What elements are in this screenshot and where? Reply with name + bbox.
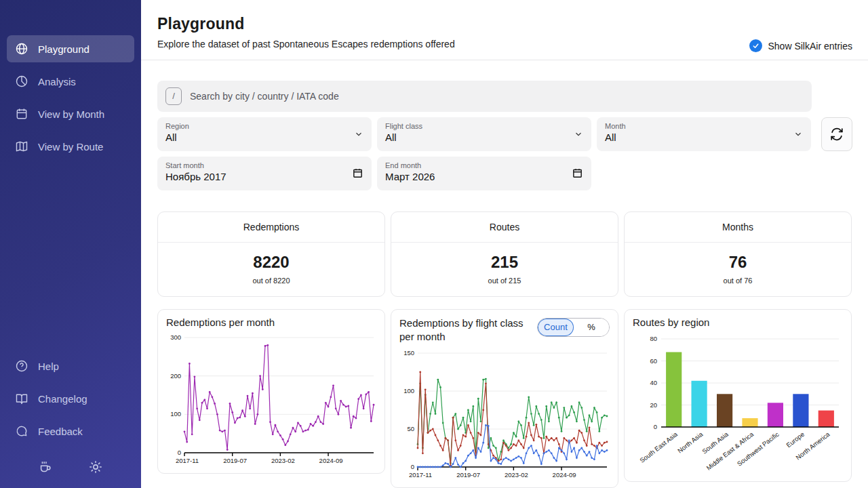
toggle-count-button[interactable]: Count [538, 319, 574, 336]
svg-text:40: 40 [650, 379, 657, 386]
sidebar-item-label: Changelog [38, 393, 87, 405]
page-header: Playground Explore the dataset of past S… [141, 0, 868, 60]
sidebar-item-changelog[interactable]: Changelog [7, 385, 134, 412]
field-label: Month [605, 122, 803, 130]
sidebar-item-label: Feedback [38, 426, 83, 437]
stat-caption: out of 8220 [158, 277, 384, 285]
chart-title: Redemptions per month [166, 317, 376, 328]
sidebar-spacer [0, 163, 141, 350]
sidebar-item-label: Help [38, 361, 59, 372]
svg-text:0: 0 [411, 463, 414, 470]
stat-card-routes: Routes 215 out of 215 [391, 211, 618, 297]
chart-card-routes-by-region: Routes by region 020406080South East Asi… [624, 309, 852, 482]
search-placeholder: Search by city / country / IATA code [190, 91, 339, 102]
coffee-icon[interactable] [38, 460, 53, 474]
svg-text:80: 80 [650, 335, 657, 342]
stat-title: Months [625, 212, 851, 243]
svg-text:50: 50 [407, 425, 414, 432]
svg-text:20: 20 [650, 401, 657, 408]
sidebar-item-playground[interactable]: Playground [7, 35, 134, 62]
calendar-icon [352, 167, 363, 179]
field-value: All [385, 131, 583, 143]
page-title: Playground [157, 15, 455, 33]
sidebar-item-help[interactable]: Help [7, 352, 134, 380]
stat-title: Routes [391, 212, 618, 243]
svg-text:2023-02: 2023-02 [271, 457, 295, 464]
field-value: All [165, 131, 363, 143]
help-circle-icon [15, 359, 28, 373]
sidebar: Playground Analysis View by Month View b… [0, 0, 141, 488]
month-select[interactable]: Month All [597, 117, 811, 151]
svg-text:60: 60 [650, 357, 657, 364]
sidebar-item-label: Analysis [38, 76, 76, 87]
slash-key-badge: / [165, 87, 182, 105]
field-label: Flight class [385, 122, 583, 130]
content: / Search by city / country / IATA code R… [141, 60, 868, 488]
flight-class-select[interactable]: Flight class All [377, 117, 591, 151]
svg-text:2017-11: 2017-11 [176, 457, 199, 464]
page-subtitle: Explore the dataset of past Spontaneous … [157, 39, 455, 49]
checkbox-checked-icon [749, 39, 762, 52]
date-row: Start month Ноябрь 2017 End month Март 2… [157, 157, 852, 190]
svg-text:2024-09: 2024-09 [319, 457, 343, 464]
calendar-icon [15, 107, 28, 121]
svg-text:2019-07: 2019-07 [456, 471, 480, 479]
stat-title: Redemptions [158, 212, 384, 243]
sidebar-item-label: Playground [38, 43, 90, 55]
show-silkair-checkbox[interactable]: Show SilkAir entries [749, 39, 853, 52]
end-month-input[interactable]: End month Март 2026 [377, 157, 591, 190]
speech-bubble-icon [15, 424, 28, 438]
sidebar-item-analysis[interactable]: Analysis [7, 68, 134, 95]
sun-icon[interactable] [88, 460, 103, 474]
chart-title: Routes by region [633, 317, 843, 328]
svg-text:0: 0 [178, 449, 181, 456]
chart-title: Redemptions by flight class per month [399, 317, 532, 344]
svg-text:0: 0 [654, 423, 657, 430]
svg-text:100: 100 [170, 410, 181, 418]
svg-text:300: 300 [170, 333, 181, 341]
count-percent-toggle: Count % [537, 318, 610, 337]
pie-chart-icon [15, 75, 28, 88]
stat-value: 215 [391, 253, 618, 272]
svg-text:Europe: Europe [785, 430, 806, 449]
charts-row: Redemptions per month 01002003002017-112… [157, 309, 852, 488]
redemptions-by-flight-class-chart: 0501001502017-112019-072023-022024-09 [399, 348, 611, 482]
field-value: All [605, 131, 803, 143]
search-input[interactable]: / Search by city / country / IATA code [157, 81, 812, 112]
routes-by-region-chart: 020406080South East AsiaNorth AsiaSouth … [633, 332, 844, 476]
field-label: End month [385, 161, 583, 169]
chart-card-redemptions-per-month: Redemptions per month 01002003002017-112… [157, 309, 385, 474]
sidebar-item-feedback[interactable]: Feedback [7, 418, 134, 445]
sidebar-item-view-by-route[interactable]: View by Route [7, 133, 134, 160]
field-value: Март 2026 [385, 171, 583, 182]
stat-card-months: Months 76 out of 76 [624, 211, 852, 297]
field-label: Start month [165, 161, 363, 169]
field-value: Ноябрь 2017 [165, 171, 363, 182]
book-icon [15, 392, 28, 405]
chevron-down-icon [354, 129, 363, 139]
app-window: Playground Analysis View by Month View b… [0, 0, 868, 488]
region-select[interactable]: Region All [157, 117, 372, 151]
filter-row: Region All Flight class All Month All [157, 117, 852, 151]
main-area: Playground Explore the dataset of past S… [141, 0, 868, 488]
toggle-percent-button[interactable]: % [574, 319, 609, 336]
refresh-button[interactable] [821, 117, 852, 151]
stat-caption: out of 76 [625, 277, 851, 285]
start-month-input[interactable]: Start month Ноябрь 2017 [157, 157, 372, 190]
stats-row: Redemptions 8220 out of 8220 Routes 215 … [157, 211, 852, 297]
chevron-down-icon [793, 129, 803, 139]
sidebar-item-label: View by Route [38, 141, 103, 152]
svg-text:North Asia: North Asia [676, 430, 705, 454]
field-label: Region [165, 122, 363, 130]
globe-icon [15, 42, 28, 56]
svg-text:2017-11: 2017-11 [409, 471, 432, 479]
svg-text:2024-09: 2024-09 [553, 471, 576, 479]
sidebar-item-view-by-month[interactable]: View by Month [7, 100, 134, 127]
chart-card-redemptions-by-flight-class: Redemptions by flight class per month Co… [391, 309, 618, 488]
svg-text:2019-07: 2019-07 [223, 457, 247, 464]
stat-card-redemptions: Redemptions 8220 out of 8220 [157, 211, 385, 297]
svg-text:150: 150 [403, 349, 414, 357]
redemptions-per-month-chart: 01002003002017-112019-072023-022024-09 [166, 332, 378, 468]
svg-text:200: 200 [170, 371, 181, 379]
refresh-icon [829, 127, 844, 142]
